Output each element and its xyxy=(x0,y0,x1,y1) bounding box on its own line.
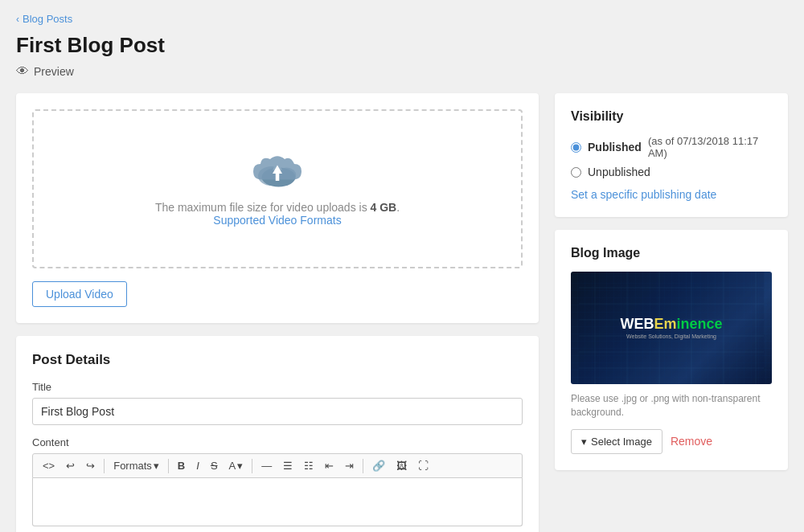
visibility-options: Published (as of 07/13/2018 11:17 AM) Un… xyxy=(571,135,772,178)
blog-image-card: Blog Image xyxy=(555,230,788,470)
title-label: Title xyxy=(32,381,523,393)
published-date: (as of 07/13/2018 11:17 AM) xyxy=(648,135,772,159)
logo-inence: inence xyxy=(676,316,722,332)
published-option[interactable]: Published (as of 07/13/2018 11:17 AM) xyxy=(571,135,772,159)
chevron-down-icon-3: ▾ xyxy=(581,436,587,448)
link-button[interactable]: 🔗 xyxy=(367,457,390,474)
fullscreen-button[interactable]: ⛶ xyxy=(413,457,433,474)
content-group: Content <> ↩ ↪ Formats ▾ B I S xyxy=(32,436,523,526)
bold-button[interactable]: B xyxy=(173,457,190,474)
published-radio[interactable] xyxy=(571,142,581,153)
upload-description: The maximum file size for video uploads … xyxy=(155,201,400,227)
breadcrumb: ‹ Blog Posts xyxy=(16,13,788,25)
video-upload-card: The maximum file size for video uploads … xyxy=(16,93,539,323)
unpublished-radio[interactable] xyxy=(571,167,581,178)
eye-icon: 👁 xyxy=(16,64,29,79)
page-title: First Blog Post xyxy=(16,33,788,58)
toolbar-divider-3 xyxy=(252,459,252,473)
breadcrumb-arrow: ‹ xyxy=(16,14,19,25)
published-label: Published xyxy=(588,141,642,153)
toolbar-divider-1 xyxy=(104,459,105,473)
image-actions: ▾ Select Image Remove xyxy=(571,429,772,454)
remove-image-button[interactable]: Remove xyxy=(671,435,712,448)
visibility-card: Visibility Published (as of 07/13/2018 1… xyxy=(555,93,788,217)
font-color-button[interactable]: A▾ xyxy=(224,457,248,474)
indent-decrease-button[interactable]: ⇤ xyxy=(320,457,338,474)
unpublished-option[interactable]: Unpublished xyxy=(571,166,772,178)
image-hint-text: Please use .jpg or .png with non-transpa… xyxy=(571,392,772,419)
preview-link[interactable]: 👁 Preview xyxy=(16,64,788,79)
blog-image-preview: WEBEminence Website Solutions, Digital M… xyxy=(571,272,772,384)
visibility-title: Visibility xyxy=(571,109,772,124)
breadcrumb-link[interactable]: Blog Posts xyxy=(23,13,72,25)
content-label: Content xyxy=(32,436,523,448)
upload-drop-zone[interactable]: The maximum file size for video uploads … xyxy=(32,109,523,268)
toolbar-divider-2 xyxy=(168,459,169,473)
toolbar-divider-4 xyxy=(363,459,363,473)
title-group: Title xyxy=(32,381,523,425)
editor-toolbar: <> ↩ ↪ Formats ▾ B I S A▾ xyxy=(32,453,523,478)
web-eminence-text: WEBEminence xyxy=(620,317,722,331)
set-date-link[interactable]: Set a specific publishing date xyxy=(571,188,716,201)
upload-video-button[interactable]: Upload Video xyxy=(32,281,127,307)
chevron-down-icon: ▾ xyxy=(154,460,159,472)
logo-web: WEB xyxy=(620,316,654,332)
image-button[interactable]: 🖼 xyxy=(392,457,412,474)
blog-image-title: Blog Image xyxy=(571,246,772,260)
chevron-down-icon-2: ▾ xyxy=(237,460,243,472)
post-details-title: Post Details xyxy=(32,352,523,368)
strikethrough-button[interactable]: S xyxy=(206,457,223,474)
cloud-upload-icon xyxy=(253,151,302,191)
preview-label: Preview xyxy=(34,65,74,78)
italic-button[interactable]: I xyxy=(191,457,204,474)
blog-image-logo: WEBEminence Website Solutions, Digital M… xyxy=(620,317,722,339)
code-button[interactable]: <> xyxy=(38,457,59,474)
logo-subtitle: Website Solutions, Digital Marketing xyxy=(620,334,722,339)
horizontal-rule-button[interactable]: — xyxy=(256,457,277,474)
redo-button[interactable]: ↪ xyxy=(81,457,100,474)
select-image-button[interactable]: ▾ Select Image xyxy=(571,429,662,454)
post-details-card: Post Details Title Content <> ↩ ↪ Format… xyxy=(16,336,539,532)
unpublished-label: Unpublished xyxy=(588,166,650,178)
logo-em: Em xyxy=(654,316,676,332)
ordered-list-button[interactable]: ☷ xyxy=(299,457,318,474)
indent-increase-button[interactable]: ⇥ xyxy=(340,457,359,474)
unordered-list-button[interactable]: ☰ xyxy=(278,457,297,474)
undo-button[interactable]: ↩ xyxy=(61,457,80,474)
title-input[interactable] xyxy=(32,398,523,425)
editor-content-area[interactable] xyxy=(32,478,523,526)
formats-dropdown[interactable]: Formats ▾ xyxy=(109,457,164,474)
supported-formats-link[interactable]: Supported Video Formats xyxy=(213,214,341,227)
